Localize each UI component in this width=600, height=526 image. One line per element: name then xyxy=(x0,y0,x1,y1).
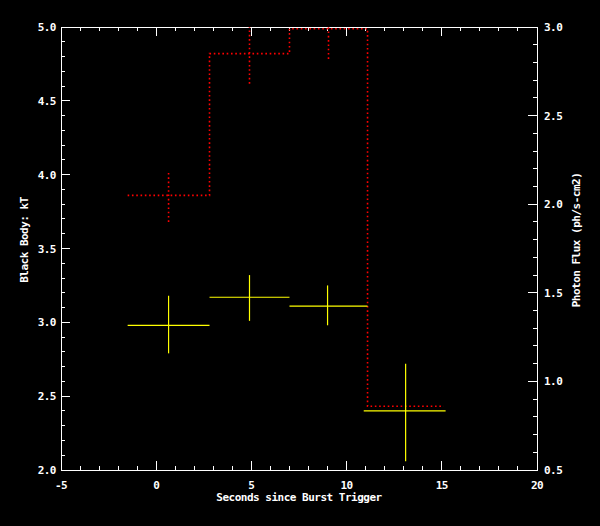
x-tick-label: 20 xyxy=(531,479,543,492)
y-right-tick-label: 3.0 xyxy=(544,21,562,34)
x-tick-label: 0 xyxy=(153,479,159,492)
y-right-tick-label: 0.5 xyxy=(544,464,562,477)
x-tick-label: 15 xyxy=(436,479,448,492)
y-left-tick-label: 4.5 xyxy=(38,95,56,108)
y-left-tick-label: 3.5 xyxy=(38,243,56,256)
y-right-axis-title: Photon Flux (ph/s-cm2) xyxy=(570,173,583,308)
y-right-tick-label: 2.5 xyxy=(544,110,562,123)
y-left-axis-title: Black Body: kT xyxy=(18,196,31,283)
x-tick-label: -5 xyxy=(55,479,67,492)
y-right-tick-label: 1.0 xyxy=(544,375,562,388)
y-left-tick-label: 5.0 xyxy=(38,21,56,34)
x-axis-title: Seconds since Burst Trigger xyxy=(216,491,382,504)
plot-canvas: -5051015202.02.53.03.54.04.55.00.51.01.5… xyxy=(0,0,600,526)
y-left-tick-label: 3.0 xyxy=(38,316,56,329)
plot-background xyxy=(0,0,600,526)
y-left-tick-label: 2.0 xyxy=(38,464,56,477)
y-left-tick-label: 2.5 xyxy=(38,390,56,403)
y-left-tick-label: 4.0 xyxy=(38,169,56,182)
y-right-tick-label: 1.5 xyxy=(544,287,562,300)
y-right-tick-label: 2.0 xyxy=(544,198,562,211)
